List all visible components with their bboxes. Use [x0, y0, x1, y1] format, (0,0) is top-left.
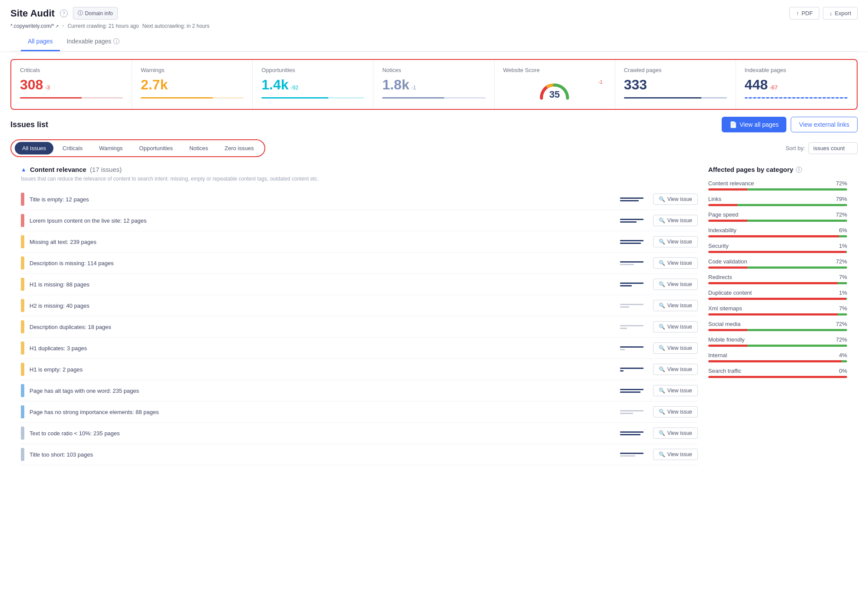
- page-tabs: All pages Indexable pages i: [10, 33, 858, 52]
- view-all-pages-button[interactable]: 📄 View all pages: [722, 117, 786, 132]
- stat-value-warnings: 2.7k: [141, 77, 244, 93]
- stats-grid: Criticals 308 -3 Warnings 2.7k Opportuni…: [10, 59, 858, 110]
- issue-bar: [620, 238, 646, 246]
- category-row: Page speed 72%: [708, 211, 847, 222]
- filter-tabs-container: All issues Criticals Warnings Opportunit…: [10, 139, 265, 157]
- view-issue-button[interactable]: 🔍View issue: [653, 449, 698, 460]
- issue-row: Lorem Ipsum content on the live site: 12…: [21, 210, 698, 231]
- category-header: Links 79%: [708, 196, 847, 202]
- issue-row: H1 is missing: 88 pages 🔍View issue: [21, 274, 698, 295]
- filter-tab-all-issues[interactable]: All issues: [15, 142, 53, 155]
- category-bar: [708, 376, 847, 378]
- filter-tab-opportunities[interactable]: Opportunities: [132, 142, 180, 155]
- filter-tab-zero-issues[interactable]: Zero issues: [217, 142, 261, 155]
- filter-tab-warnings[interactable]: Warnings: [92, 142, 130, 155]
- issue-indicator-warning: [21, 235, 24, 248]
- category-bar: [708, 188, 847, 191]
- view-issue-button[interactable]: 🔍View issue: [653, 236, 698, 247]
- issues-section: Issues list 📄 View all pages View extern…: [0, 117, 868, 465]
- stat-bar-crawled: [624, 97, 727, 99]
- issue-indicator-notice: [21, 448, 24, 461]
- issue-text: Page has alt tags with one word: 235 pag…: [30, 388, 613, 394]
- stat-label-indexable: Indexable pages: [745, 67, 848, 73]
- sort-area: Sort by: issues count: [785, 142, 858, 154]
- search-icon: 🔍: [659, 388, 665, 394]
- view-issue-button[interactable]: 🔍View issue: [653, 342, 698, 354]
- category-pct: 72%: [836, 258, 847, 265]
- view-issue-button[interactable]: 🔍View issue: [653, 194, 698, 205]
- tab-all-pages[interactable]: All pages: [21, 33, 60, 51]
- issue-row: H1 is empty: 2 pages 🔍View issue: [21, 359, 698, 380]
- stat-value-indexable: 448 -67: [745, 77, 848, 93]
- issue-bar: [620, 259, 646, 267]
- category-header: Mobile friendly 72%: [708, 336, 847, 343]
- content-section-count: (17 issues): [90, 166, 122, 173]
- section-toggle[interactable]: ▲: [21, 166, 26, 173]
- issue-row: H2 is missing: 40 pages 🔍View issue: [21, 295, 698, 316]
- stat-label-criticals: Criticals: [20, 67, 123, 73]
- sidebar-title: Affected pages by category i: [708, 166, 847, 173]
- filter-tab-criticals[interactable]: Criticals: [55, 142, 90, 155]
- filter-sort-row: All issues Criticals Warnings Opportunit…: [10, 139, 858, 157]
- category-pct: 7%: [839, 305, 847, 312]
- view-issue-button[interactable]: 🔍View issue: [653, 385, 698, 396]
- external-link-icon: ↗: [55, 24, 59, 29]
- stat-bar-criticals: [20, 97, 123, 99]
- view-issue-button[interactable]: 🔍View issue: [653, 364, 698, 375]
- export-button[interactable]: ↓ Export: [823, 7, 858, 20]
- view-issue-button[interactable]: 🔍View issue: [653, 215, 698, 226]
- category-bar: [708, 345, 847, 347]
- stat-bar-notices: [382, 97, 485, 99]
- category-bar: [708, 313, 847, 316]
- view-issue-button[interactable]: 🔍View issue: [653, 279, 698, 290]
- filter-tab-notices[interactable]: Notices: [182, 142, 215, 155]
- category-bar: [708, 329, 847, 331]
- category-name: Security: [708, 243, 729, 249]
- issue-text: H1 is missing: 88 pages: [30, 281, 613, 288]
- stat-label-notices: Notices: [382, 67, 485, 73]
- view-issue-button[interactable]: 🔍View issue: [653, 321, 698, 332]
- issue-indicator-notice: [21, 427, 24, 440]
- stat-card-crawled: Crawled pages 333: [615, 60, 736, 109]
- score-gauge: 35 -1: [503, 79, 606, 100]
- category-name: Page speed: [708, 211, 738, 218]
- domain-link[interactable]: *.copywritely.com/* ↗: [10, 23, 59, 29]
- issue-bar: [620, 195, 646, 203]
- sort-select[interactable]: issues count: [809, 142, 858, 154]
- issue-bar: [620, 302, 646, 309]
- issues-actions: 📄 View all pages View external links: [722, 117, 858, 132]
- view-issue-button[interactable]: 🔍View issue: [653, 257, 698, 269]
- category-name: Content relevance: [708, 180, 754, 187]
- category-row: Xml sitemaps 7%: [708, 305, 847, 316]
- category-header: Page speed 72%: [708, 211, 847, 218]
- export-icon: ↓: [829, 10, 832, 16]
- category-bar: [708, 235, 847, 237]
- pages-icon: 📄: [729, 121, 737, 128]
- issue-indicator-critical: [21, 193, 24, 206]
- view-issue-button[interactable]: 🔍View issue: [653, 300, 698, 311]
- issue-bar: [620, 365, 646, 373]
- stat-label-score: Website Score: [503, 67, 606, 73]
- view-external-links-button[interactable]: View external links: [791, 117, 858, 132]
- category-pct: 1%: [839, 243, 847, 249]
- category-name: Links: [708, 196, 721, 202]
- stat-value-criticals: 308 -3: [20, 77, 123, 93]
- issue-bar: [620, 450, 646, 458]
- stat-card-warnings: Warnings 2.7k: [132, 60, 253, 109]
- category-bar: [708, 360, 847, 362]
- issue-row: Description duplicates: 18 pages 🔍View i…: [21, 316, 698, 338]
- issue-text: Title too short: 103 pages: [30, 451, 613, 458]
- help-icon[interactable]: ?: [60, 10, 68, 17]
- category-pct: 72%: [836, 180, 847, 187]
- pdf-button[interactable]: ↑ PDF: [789, 7, 819, 20]
- issue-bar: [620, 408, 646, 416]
- view-issue-button[interactable]: 🔍View issue: [653, 427, 698, 439]
- view-issue-button[interactable]: 🔍View issue: [653, 406, 698, 418]
- issue-indicator-warning: [21, 278, 24, 291]
- category-row: Code validation 72%: [708, 258, 847, 269]
- issue-text: H2 is missing: 40 pages: [30, 302, 613, 309]
- issue-row: Missing alt text: 239 pages 🔍View issue: [21, 231, 698, 253]
- domain-info-button[interactable]: ⓘ Domain info: [73, 7, 118, 20]
- tab-indexable-pages[interactable]: Indexable pages i: [60, 33, 127, 51]
- issue-row: Title is empty: 12 pages 🔍View issue: [21, 189, 698, 210]
